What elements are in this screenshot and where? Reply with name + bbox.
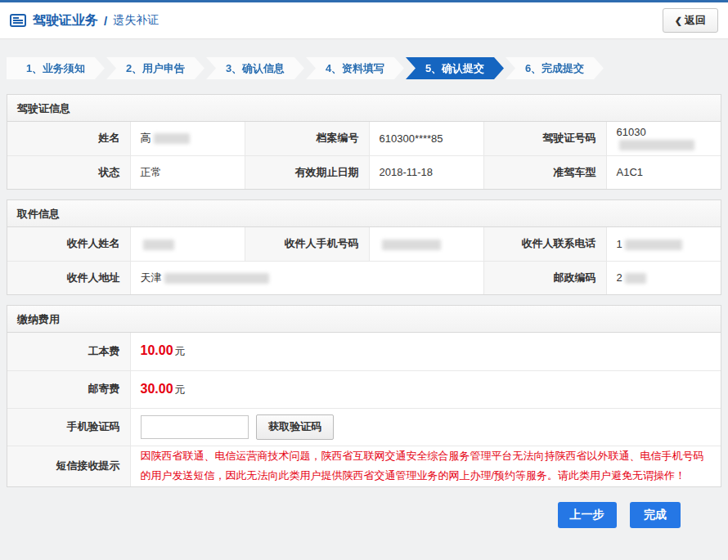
license-card-icon	[10, 14, 26, 27]
footer-actions: 上一步 完成	[7, 502, 721, 528]
valid-until-value: 2018-11-18	[369, 155, 483, 189]
vehicle-class-label: 准驾车型	[483, 155, 606, 189]
back-button[interactable]: ❮ 返回	[663, 8, 718, 33]
step-6-complete-submit: 6、完成提交	[506, 57, 604, 79]
step-2-user-declaration: 2、用户申告	[106, 57, 204, 79]
back-button-label: 返回	[685, 13, 706, 28]
sms-code-field: 获取验证码	[130, 408, 721, 446]
production-fee-amount: 10.00	[141, 343, 173, 357]
recipient-name-label: 收件人姓名	[7, 227, 130, 261]
finish-button[interactable]: 完成	[630, 502, 681, 528]
pickup-section-title: 取件信息	[7, 200, 721, 227]
vehicle-class-value: A1C1	[606, 155, 721, 189]
recipient-phone-value-text: 1	[617, 238, 622, 250]
production-fee-unit: 元	[175, 345, 186, 357]
table-row: 短信接收提示 因陕西省联通、电信运营商技术问题，陕西省互联网交通安全综合服务管理…	[7, 446, 721, 486]
step-5-confirm-submit: 5、确认提交	[406, 57, 504, 79]
status-label: 状态	[7, 155, 130, 189]
postage-fee-unit: 元	[175, 383, 186, 396]
table-row: 姓名 高 档案编号 610300****85 驾驶证号码 61030	[7, 122, 721, 155]
table-row: 状态 正常 有效期止日期 2018-11-18 准驾车型 A1C1	[7, 155, 721, 189]
production-fee-label: 工本费	[7, 333, 130, 370]
name-label: 姓名	[7, 122, 130, 155]
step-wizard: 1、业务须知 2、用户申告 3、确认信息 4、资料填写 5、确认提交 6、完成提…	[7, 57, 721, 79]
postal-code-value-text: 2	[617, 271, 622, 284]
get-code-button[interactable]: 获取验证码	[256, 414, 334, 440]
license-no-label: 驾驶证号码	[483, 122, 606, 155]
fees-section-title: 缴纳费用	[7, 306, 721, 333]
license-info-section: 驾驶证信息 姓名 高 档案编号 610300****85 驾驶证号码 61030…	[7, 94, 721, 190]
title-divider: /	[104, 14, 107, 28]
table-row: 工本费 10.00元	[7, 333, 721, 370]
chevron-left-icon: ❮	[675, 16, 682, 25]
recipient-name-value	[130, 227, 245, 261]
sms-notice-label: 短信接收提示	[7, 446, 130, 486]
name-value-text: 高	[141, 132, 151, 144]
redacted-license-no	[619, 140, 694, 150]
redacted-name	[154, 133, 190, 144]
recipient-address-value: 天津	[130, 261, 483, 294]
recipient-phone-label: 收件人联系电话	[483, 227, 606, 261]
page-header: 驾驶证业务 / 遗失补证 ❮ 返回	[0, 2, 728, 39]
redacted-postal-code	[625, 273, 646, 284]
recipient-address-value-text: 天津	[141, 271, 162, 284]
redacted-recipient-address	[164, 273, 269, 284]
status-value: 正常	[130, 155, 245, 189]
recipient-address-label: 收件人地址	[7, 261, 130, 294]
redacted-recipient-mobile	[382, 240, 441, 250]
previous-step-button[interactable]: 上一步	[558, 502, 617, 528]
name-value: 高	[130, 122, 245, 155]
sms-notice-text: 因陕西省联通、电信运营商技术问题，陕西省互联网交通安全综合服务管理平台无法向持陕…	[130, 446, 721, 486]
redacted-recipient-name	[143, 240, 174, 250]
postal-code-value: 2	[606, 261, 721, 294]
recipient-mobile-label: 收件人手机号码	[245, 227, 369, 261]
step-3-confirm-info: 3、确认信息	[206, 57, 304, 79]
file-no-label: 档案编号	[245, 122, 369, 155]
step-4-fill-materials: 4、资料填写	[306, 57, 404, 79]
table-row: 收件人姓名 收件人手机号码 收件人联系电话 1	[7, 227, 721, 261]
file-no-value: 610300****85	[369, 122, 483, 155]
postage-fee-label: 邮寄费	[7, 370, 130, 408]
recipient-mobile-value	[369, 227, 483, 261]
sms-code-label: 手机验证码	[7, 408, 130, 446]
license-info-table: 姓名 高 档案编号 610300****85 驾驶证号码 61030 状态 正常…	[7, 122, 721, 189]
page-subtitle: 遗失补证	[113, 13, 159, 28]
sms-code-input[interactable]	[141, 415, 249, 439]
postage-fee-amount: 30.00	[141, 382, 173, 396]
fees-table: 工本费 10.00元 邮寄费 30.00元 手机验证码 获取验证码 短信接收提示…	[7, 333, 721, 486]
license-section-title: 驾驶证信息	[7, 95, 721, 122]
pickup-info-section: 取件信息 收件人姓名 收件人手机号码 收件人联系电话 1 收件人地址 天津 邮政…	[7, 199, 721, 295]
redacted-recipient-phone	[625, 240, 682, 250]
fees-section: 缴纳费用 工本费 10.00元 邮寄费 30.00元 手机验证码 获取验证码 短…	[7, 305, 721, 487]
table-row: 邮寄费 30.00元	[7, 370, 721, 408]
pickup-info-table: 收件人姓名 收件人手机号码 收件人联系电话 1 收件人地址 天津 邮政编码 2	[7, 227, 721, 294]
table-row: 手机验证码 获取验证码	[7, 408, 721, 446]
license-no-value: 61030	[606, 122, 721, 155]
recipient-phone-value: 1	[606, 227, 721, 261]
postal-code-label: 邮政编码	[483, 261, 606, 294]
production-fee-value: 10.00元	[130, 333, 721, 370]
step-1-business-notice: 1、业务须知	[7, 57, 105, 79]
license-no-value-text: 61030	[617, 126, 646, 138]
postage-fee-value: 30.00元	[130, 370, 721, 408]
table-row: 收件人地址 天津 邮政编码 2	[7, 261, 721, 294]
page-title: 驾驶证业务	[33, 12, 98, 29]
valid-until-label: 有效期止日期	[245, 155, 369, 189]
